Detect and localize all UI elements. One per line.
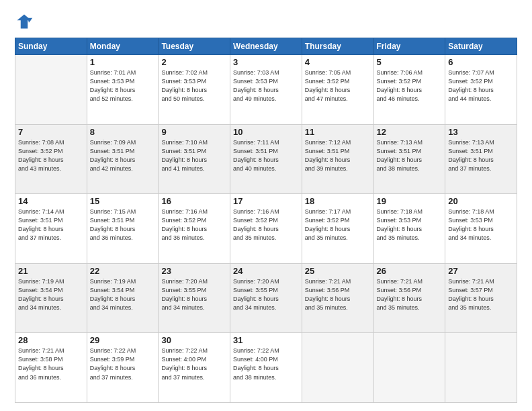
calendar-header-cell: Wednesday <box>230 38 302 55</box>
day-info: Sunrise: 7:12 AMSunset: 3:51 PMDaylight:… <box>305 138 371 173</box>
calendar-day-cell: 13Sunrise: 7:13 AMSunset: 3:51 PMDayligh… <box>445 124 517 194</box>
day-info: Sunrise: 7:03 AMSunset: 3:53 PMDaylight:… <box>233 68 299 103</box>
day-number: 26 <box>377 266 443 276</box>
day-number: 13 <box>448 127 514 137</box>
calendar-header-cell: Tuesday <box>159 38 230 55</box>
day-number: 21 <box>18 266 84 276</box>
day-number: 24 <box>233 266 299 276</box>
day-number: 8 <box>90 127 156 137</box>
calendar-day-cell: 1Sunrise: 7:01 AMSunset: 3:53 PMDaylight… <box>87 55 159 125</box>
day-info: Sunrise: 7:18 AMSunset: 3:53 PMDaylight:… <box>448 208 514 242</box>
page: SundayMondayTuesdayWednesdayThursdayFrid… <box>0 0 532 411</box>
day-info: Sunrise: 7:21 AMSunset: 3:57 PMDaylight:… <box>448 277 514 312</box>
day-number: 6 <box>448 57 514 67</box>
calendar-week-row: 1Sunrise: 7:01 AMSunset: 3:53 PMDaylight… <box>15 55 517 125</box>
day-info: Sunrise: 7:21 AMSunset: 3:58 PMDaylight:… <box>18 347 84 381</box>
day-number: 15 <box>90 196 156 206</box>
calendar-day-cell <box>373 333 445 403</box>
day-info: Sunrise: 7:19 AMSunset: 3:54 PMDaylight:… <box>18 277 84 312</box>
calendar-day-cell: 22Sunrise: 7:19 AMSunset: 3:54 PMDayligh… <box>87 263 159 333</box>
day-info: Sunrise: 7:16 AMSunset: 3:52 PMDaylight:… <box>233 208 299 242</box>
calendar-header-cell: Saturday <box>445 38 517 55</box>
calendar-week-row: 7Sunrise: 7:08 AMSunset: 3:52 PMDaylight… <box>15 124 517 194</box>
calendar-day-cell <box>302 333 373 403</box>
day-info: Sunrise: 7:07 AMSunset: 3:52 PMDaylight:… <box>448 68 514 103</box>
calendar-day-cell: 4Sunrise: 7:05 AMSunset: 3:52 PMDaylight… <box>302 55 373 125</box>
calendar-day-cell: 25Sunrise: 7:21 AMSunset: 3:56 PMDayligh… <box>302 263 373 333</box>
calendar-week-row: 28Sunrise: 7:21 AMSunset: 3:58 PMDayligh… <box>15 333 517 403</box>
calendar-day-cell: 30Sunrise: 7:22 AMSunset: 4:00 PMDayligh… <box>159 333 230 403</box>
calendar-day-cell: 14Sunrise: 7:14 AMSunset: 3:51 PMDayligh… <box>15 194 87 264</box>
day-number: 30 <box>161 335 227 345</box>
calendar-day-cell: 7Sunrise: 7:08 AMSunset: 3:52 PMDaylight… <box>15 124 87 194</box>
calendar-day-cell: 2Sunrise: 7:02 AMSunset: 3:53 PMDaylight… <box>159 55 230 125</box>
calendar-day-cell: 24Sunrise: 7:20 AMSunset: 3:55 PMDayligh… <box>230 263 302 333</box>
day-number: 25 <box>305 266 371 276</box>
calendar-day-cell: 18Sunrise: 7:17 AMSunset: 3:52 PMDayligh… <box>302 194 373 264</box>
calendar-day-cell: 8Sunrise: 7:09 AMSunset: 3:51 PMDaylight… <box>87 124 159 194</box>
calendar-day-cell: 11Sunrise: 7:12 AMSunset: 3:51 PMDayligh… <box>302 124 373 194</box>
logo-icon <box>15 12 34 31</box>
calendar-day-cell: 9Sunrise: 7:10 AMSunset: 3:51 PMDaylight… <box>159 124 230 194</box>
day-info: Sunrise: 7:02 AMSunset: 3:53 PMDaylight:… <box>161 68 227 103</box>
day-info: Sunrise: 7:06 AMSunset: 3:52 PMDaylight:… <box>377 68 443 103</box>
day-number: 9 <box>161 127 227 137</box>
calendar-day-cell: 26Sunrise: 7:21 AMSunset: 3:56 PMDayligh… <box>373 263 445 333</box>
day-info: Sunrise: 7:18 AMSunset: 3:53 PMDaylight:… <box>377 208 443 242</box>
calendar-day-cell: 16Sunrise: 7:16 AMSunset: 3:52 PMDayligh… <box>159 194 230 264</box>
calendar-day-cell: 23Sunrise: 7:20 AMSunset: 3:55 PMDayligh… <box>159 263 230 333</box>
day-info: Sunrise: 7:08 AMSunset: 3:52 PMDaylight:… <box>18 138 84 173</box>
day-number: 4 <box>305 57 371 67</box>
day-info: Sunrise: 7:22 AMSunset: 3:59 PMDaylight:… <box>90 347 156 381</box>
svg-marker-1 <box>28 18 32 23</box>
calendar-day-cell <box>15 55 87 125</box>
day-number: 5 <box>377 57 443 67</box>
day-number: 3 <box>233 57 299 67</box>
day-number: 28 <box>18 335 84 345</box>
calendar-day-cell: 12Sunrise: 7:13 AMSunset: 3:51 PMDayligh… <box>373 124 445 194</box>
calendar-day-cell: 5Sunrise: 7:06 AMSunset: 3:52 PMDaylight… <box>373 55 445 125</box>
calendar-day-cell: 17Sunrise: 7:16 AMSunset: 3:52 PMDayligh… <box>230 194 302 264</box>
calendar-day-cell: 29Sunrise: 7:22 AMSunset: 3:59 PMDayligh… <box>87 333 159 403</box>
day-info: Sunrise: 7:14 AMSunset: 3:51 PMDaylight:… <box>18 208 84 242</box>
day-info: Sunrise: 7:21 AMSunset: 3:56 PMDaylight:… <box>305 277 371 312</box>
day-info: Sunrise: 7:22 AMSunset: 4:00 PMDaylight:… <box>161 347 227 381</box>
day-number: 19 <box>377 196 443 206</box>
day-info: Sunrise: 7:13 AMSunset: 3:51 PMDaylight:… <box>377 138 443 173</box>
day-info: Sunrise: 7:19 AMSunset: 3:54 PMDaylight:… <box>90 277 156 312</box>
day-info: Sunrise: 7:05 AMSunset: 3:52 PMDaylight:… <box>305 68 371 103</box>
calendar-day-cell: 6Sunrise: 7:07 AMSunset: 3:52 PMDaylight… <box>445 55 517 125</box>
calendar-day-cell: 27Sunrise: 7:21 AMSunset: 3:57 PMDayligh… <box>445 263 517 333</box>
day-number: 17 <box>233 196 299 206</box>
day-info: Sunrise: 7:16 AMSunset: 3:52 PMDaylight:… <box>161 208 227 242</box>
day-number: 1 <box>90 57 156 67</box>
calendar-header-cell: Sunday <box>15 38 87 55</box>
day-number: 27 <box>448 266 514 276</box>
day-number: 18 <box>305 196 371 206</box>
day-info: Sunrise: 7:13 AMSunset: 3:51 PMDaylight:… <box>448 138 514 173</box>
calendar-day-cell: 21Sunrise: 7:19 AMSunset: 3:54 PMDayligh… <box>15 263 87 333</box>
calendar-header-row: SundayMondayTuesdayWednesdayThursdayFrid… <box>15 38 517 55</box>
day-info: Sunrise: 7:22 AMSunset: 4:00 PMDaylight:… <box>233 347 299 381</box>
day-number: 23 <box>161 266 227 276</box>
calendar-day-cell: 15Sunrise: 7:15 AMSunset: 3:51 PMDayligh… <box>87 194 159 264</box>
day-number: 31 <box>233 335 299 345</box>
day-info: Sunrise: 7:20 AMSunset: 3:55 PMDaylight:… <box>161 277 227 312</box>
day-info: Sunrise: 7:17 AMSunset: 3:52 PMDaylight:… <box>305 208 371 242</box>
calendar-body: 1Sunrise: 7:01 AMSunset: 3:53 PMDaylight… <box>15 55 517 403</box>
calendar-day-cell: 20Sunrise: 7:18 AMSunset: 3:53 PMDayligh… <box>445 194 517 264</box>
day-info: Sunrise: 7:20 AMSunset: 3:55 PMDaylight:… <box>233 277 299 312</box>
day-number: 16 <box>161 196 227 206</box>
day-number: 20 <box>448 196 514 206</box>
day-number: 7 <box>18 127 84 137</box>
logo <box>15 12 36 31</box>
calendar-header-cell: Thursday <box>302 38 373 55</box>
day-number: 14 <box>18 196 84 206</box>
calendar-day-cell: 3Sunrise: 7:03 AMSunset: 3:53 PMDaylight… <box>230 55 302 125</box>
day-info: Sunrise: 7:09 AMSunset: 3:51 PMDaylight:… <box>90 138 156 173</box>
day-info: Sunrise: 7:21 AMSunset: 3:56 PMDaylight:… <box>377 277 443 312</box>
day-number: 12 <box>377 127 443 137</box>
calendar-day-cell: 28Sunrise: 7:21 AMSunset: 3:58 PMDayligh… <box>15 333 87 403</box>
calendar-week-row: 14Sunrise: 7:14 AMSunset: 3:51 PMDayligh… <box>15 194 517 264</box>
header <box>15 12 517 31</box>
